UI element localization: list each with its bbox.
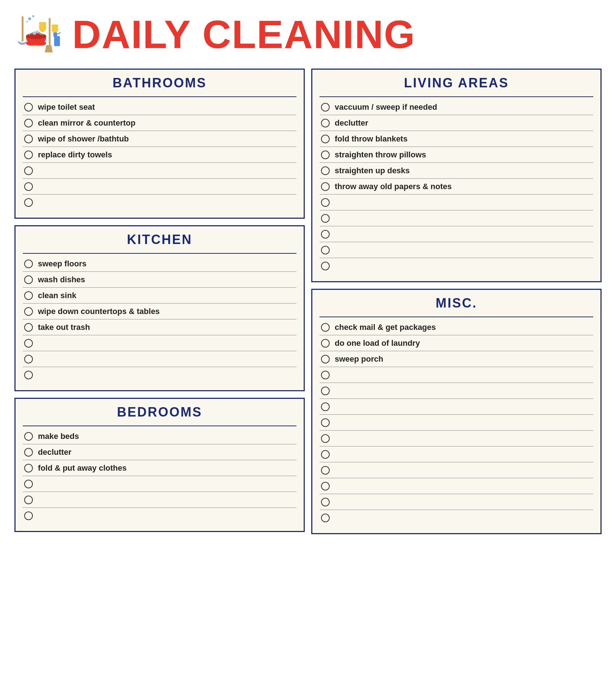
page-header: DAILY CLEANING <box>14 11 602 58</box>
item-text: straighten throw pillows <box>335 150 426 160</box>
misc-title: MISC. <box>320 296 593 314</box>
checkbox[interactable] <box>24 182 33 191</box>
item-text: straighten up desks <box>335 166 410 175</box>
checkbox[interactable] <box>321 135 330 143</box>
checkbox[interactable] <box>321 514 330 522</box>
list-item: do one load of laundry <box>320 335 593 351</box>
item-text: wipe down countertops & tables <box>38 307 160 316</box>
checkbox[interactable] <box>321 119 330 127</box>
living-areas-title: LIVING AREAS <box>320 75 593 93</box>
list-item: check mail & get packages <box>320 319 593 335</box>
checkbox[interactable] <box>24 496 33 504</box>
checkbox[interactable] <box>24 166 33 175</box>
item-text: sweep floors <box>38 259 86 269</box>
item-text: make beds <box>38 432 79 441</box>
list-item: vaccuum / sweep if needed <box>320 99 593 115</box>
empty-row <box>23 367 296 383</box>
checkbox[interactable] <box>24 260 33 268</box>
misc-section: MISC. check mail & get packages do one l… <box>311 289 602 534</box>
checkbox[interactable] <box>321 262 330 270</box>
empty-row <box>23 335 296 351</box>
svg-rect-6 <box>22 16 23 42</box>
list-item: declutter <box>320 115 593 131</box>
checkbox[interactable] <box>321 355 330 363</box>
kitchen-divider <box>23 253 296 254</box>
empty-row <box>320 494 593 510</box>
empty-row <box>320 399 593 415</box>
empty-row <box>320 510 593 526</box>
empty-row <box>320 478 593 494</box>
checkbox[interactable] <box>321 214 330 223</box>
checkbox[interactable] <box>321 198 330 207</box>
empty-row <box>23 351 296 367</box>
empty-row <box>320 195 593 210</box>
svg-point-14 <box>32 15 34 17</box>
svg-rect-8 <box>39 22 46 25</box>
checkbox[interactable] <box>321 418 330 427</box>
svg-rect-11 <box>54 36 60 46</box>
empty-row <box>320 226 593 242</box>
list-item: sweep floors <box>23 256 296 272</box>
checkbox[interactable] <box>321 230 330 239</box>
item-text: replace dirty towels <box>38 150 112 160</box>
empty-row <box>320 383 593 399</box>
checkbox[interactable] <box>321 151 330 159</box>
checkbox[interactable] <box>24 464 33 472</box>
item-text: clean sink <box>38 291 76 300</box>
checkbox[interactable] <box>321 434 330 443</box>
checkbox[interactable] <box>24 198 33 207</box>
checkbox[interactable] <box>24 151 33 159</box>
list-item: clean sink <box>23 288 296 304</box>
checkbox[interactable] <box>321 498 330 506</box>
checkbox[interactable] <box>321 182 330 191</box>
checkbox[interactable] <box>24 275 33 284</box>
checkbox[interactable] <box>24 323 33 332</box>
checkbox[interactable] <box>24 119 33 127</box>
living-areas-section: LIVING AREAS vaccuum / sweep if needed d… <box>311 69 602 282</box>
svg-point-1 <box>26 33 46 39</box>
item-text: wipe of shower /bathtub <box>38 134 129 144</box>
checkbox[interactable] <box>321 482 330 491</box>
bedrooms-section: BEDROOMS make beds declutter fold & put … <box>14 398 305 532</box>
svg-point-2 <box>32 31 36 35</box>
list-item: wipe toilet seat <box>23 99 296 115</box>
checkbox[interactable] <box>321 103 330 112</box>
checkbox[interactable] <box>321 166 330 175</box>
checkbox[interactable] <box>24 307 33 316</box>
list-item: clean mirror & countertop <box>23 115 296 131</box>
checkbox[interactable] <box>24 511 33 520</box>
misc-divider <box>320 317 593 317</box>
page-title: DAILY CLEANING <box>72 14 416 54</box>
svg-point-16 <box>27 45 45 49</box>
checkbox[interactable] <box>321 387 330 395</box>
empty-row <box>320 431 593 446</box>
checkbox[interactable] <box>321 323 330 332</box>
checkbox[interactable] <box>321 466 330 475</box>
bedrooms-divider <box>23 426 296 426</box>
checkbox[interactable] <box>24 432 33 441</box>
checkbox[interactable] <box>321 246 330 254</box>
item-text: clean mirror & countertop <box>38 118 135 128</box>
list-item: wipe of shower /bathtub <box>23 131 296 147</box>
item-text: wipe toilet seat <box>38 103 95 112</box>
checkbox[interactable] <box>321 450 330 459</box>
checkbox[interactable] <box>321 402 330 411</box>
empty-row <box>320 210 593 226</box>
checkbox[interactable] <box>24 355 33 363</box>
item-text: declutter <box>38 448 71 457</box>
checkbox[interactable] <box>24 371 33 379</box>
list-item: take out trash <box>23 319 296 335</box>
checkbox[interactable] <box>321 371 330 379</box>
checkbox[interactable] <box>24 135 33 143</box>
checkbox[interactable] <box>24 103 33 112</box>
checkbox[interactable] <box>24 339 33 348</box>
kitchen-title: KITCHEN <box>23 232 296 250</box>
bathrooms-divider <box>23 96 296 97</box>
checkbox[interactable] <box>24 448 33 457</box>
checkbox[interactable] <box>24 480 33 488</box>
checkbox[interactable] <box>321 339 330 348</box>
empty-row <box>23 163 296 179</box>
empty-row <box>320 367 593 383</box>
item-text: check mail & get packages <box>335 323 436 332</box>
checkbox[interactable] <box>24 291 33 300</box>
